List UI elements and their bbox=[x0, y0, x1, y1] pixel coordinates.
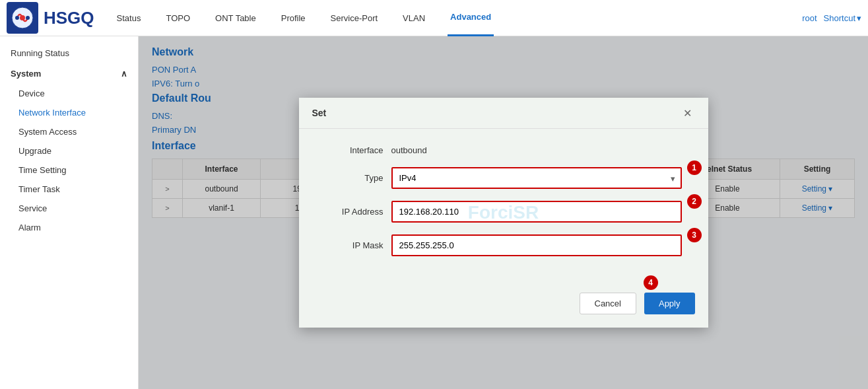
interface-value: outbound bbox=[391, 145, 427, 155]
form-row-interface: Interface outbound bbox=[325, 145, 682, 155]
ip-field-container: 2 bbox=[391, 201, 682, 223]
step-badge-4: 4 bbox=[644, 275, 658, 290]
svg-point-3 bbox=[26, 16, 30, 20]
modal-footer: 4 Cancel Apply bbox=[299, 285, 708, 328]
form-row-type: Type IPv4 IPv6 DHCP ▾ 1 bbox=[325, 167, 682, 189]
chevron-down-icon: ▾ bbox=[857, 13, 861, 23]
type-label: Type bbox=[325, 173, 391, 183]
ip-mask-input[interactable] bbox=[391, 234, 682, 256]
ip-address-label: IP Address bbox=[325, 207, 391, 217]
nav-right: root Shortcut ▾ bbox=[802, 13, 861, 23]
apply-button[interactable]: Apply bbox=[644, 293, 695, 314]
mask-field-container: 3 bbox=[391, 234, 682, 256]
step-badge-2: 2 bbox=[687, 194, 702, 209]
sidebar: Running Status System ∧ Device Network I… bbox=[0, 36, 139, 389]
modal-body: Interface outbound Type IPv4 IPv6 DHCP bbox=[299, 129, 708, 285]
modal-title: Set bbox=[312, 108, 327, 118]
cancel-button[interactable]: Cancel bbox=[580, 293, 636, 314]
sidebar-item-time-setting[interactable]: Time Setting bbox=[0, 160, 138, 180]
ip-address-input[interactable] bbox=[391, 201, 682, 223]
content-area: Network PON Port A IPV6: Turn o Default … bbox=[139, 36, 868, 389]
modal-header: Set ✕ bbox=[299, 98, 708, 129]
form-row-ip: IP Address 2 bbox=[325, 201, 682, 223]
nav-user: root bbox=[802, 13, 817, 23]
top-nav: HSGQ Status TOPO ONT Table Profile Servi… bbox=[0, 0, 868, 36]
set-modal: Set ✕ Interface outbound Type bbox=[299, 98, 708, 328]
nav-vlan[interactable]: VLAN bbox=[400, 0, 428, 36]
sidebar-item-upgrade[interactable]: Upgrade bbox=[0, 141, 138, 160]
nav-status[interactable]: Status bbox=[114, 0, 144, 36]
modal-overlay: Set ✕ Interface outbound Type bbox=[139, 36, 868, 389]
nav-profile[interactable]: Profile bbox=[279, 0, 308, 36]
type-field-container: IPv4 IPv6 DHCP ▾ 1 bbox=[391, 167, 682, 189]
type-select-wrapper: IPv4 IPv6 DHCP ▾ bbox=[391, 167, 682, 189]
nav-shortcut[interactable]: Shortcut ▾ bbox=[824, 13, 861, 23]
sidebar-item-system[interactable]: System ∧ bbox=[0, 63, 138, 84]
svg-point-2 bbox=[15, 16, 19, 20]
chevron-up-icon: ∧ bbox=[121, 69, 127, 79]
nav-items: Status TOPO ONT Table Profile Service-Po… bbox=[114, 0, 803, 36]
nav-topo[interactable]: TOPO bbox=[163, 0, 193, 36]
nav-service-port[interactable]: Service-Port bbox=[328, 0, 381, 36]
logo-area: HSGQ bbox=[7, 2, 94, 34]
nav-advanced[interactable]: Advanced bbox=[448, 0, 494, 36]
sidebar-item-timer-task[interactable]: Timer Task bbox=[0, 180, 138, 199]
ip-mask-label: IP Mask bbox=[325, 240, 391, 250]
form-row-mask: IP Mask 3 bbox=[325, 234, 682, 256]
sidebar-item-alarm[interactable]: Alarm bbox=[0, 218, 138, 237]
logo-text: HSGQ bbox=[44, 8, 94, 28]
interface-label: Interface bbox=[325, 145, 391, 155]
sidebar-item-system-access[interactable]: System Access bbox=[0, 122, 138, 141]
sidebar-item-service[interactable]: Service bbox=[0, 199, 138, 218]
sidebar-item-device[interactable]: Device bbox=[0, 84, 138, 103]
svg-point-1 bbox=[20, 15, 25, 20]
close-icon[interactable]: ✕ bbox=[681, 106, 695, 120]
sidebar-item-network-interface[interactable]: Network Interface bbox=[0, 103, 138, 122]
step-badge-3: 3 bbox=[687, 228, 702, 242]
nav-ont-table[interactable]: ONT Table bbox=[213, 0, 259, 36]
main-layout: Running Status System ∧ Device Network I… bbox=[0, 36, 868, 389]
type-select[interactable]: IPv4 IPv6 DHCP bbox=[391, 167, 682, 189]
step-badge-1: 1 bbox=[687, 160, 702, 175]
sidebar-item-running-status[interactable]: Running Status bbox=[0, 43, 138, 63]
logo-icon bbox=[7, 2, 38, 34]
